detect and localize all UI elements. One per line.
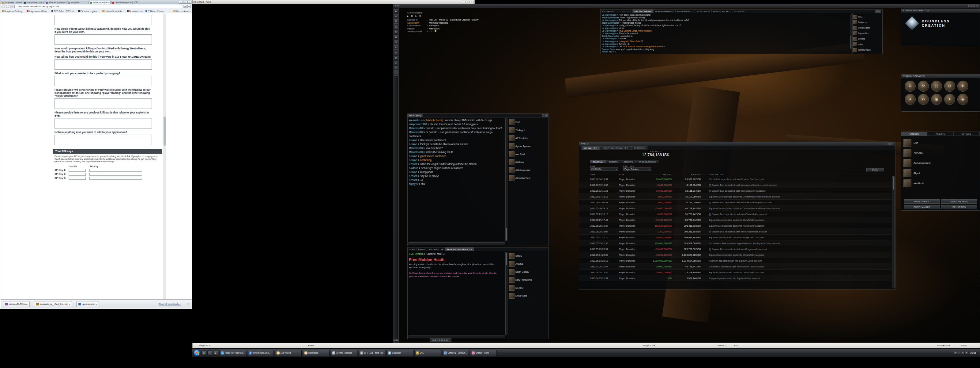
chat-sender[interactable]: La Marovingian xyxy=(602,19,616,21)
other-bookmarks-folder[interactable]: Other bookmarks xyxy=(173,10,191,12)
bookmark-item[interactable]: Kugutsumen - Powe... xyxy=(27,10,49,12)
system-name[interactable]: ▸ H E K xyxy=(407,14,505,18)
reprocessing-plant-icon[interactable]: ♻ xyxy=(918,94,929,105)
chat-sender[interactable]: La Marovingian xyxy=(602,30,616,32)
market-icon[interactable]: ⚖ xyxy=(931,81,942,92)
chat-sender[interactable]: Jacob Spinmaster xyxy=(602,35,619,37)
people-places-icon[interactable]: ◎ xyxy=(394,51,398,55)
taskbar-button[interactable]: ✦EVE xyxy=(414,350,441,356)
agent-missions-icon[interactable]: ★ xyxy=(905,94,916,105)
min-button[interactable]: − xyxy=(462,1,466,3)
corporation-icon[interactable]: ♜ xyxy=(394,56,398,60)
chat-sender[interactable]: Matabron20 xyxy=(409,150,423,154)
column-header-description[interactable]: DESCRIPTION xyxy=(709,174,724,175)
max-button[interactable]: □ xyxy=(887,142,890,145)
member-entry[interactable]: Aldebaran Asc xyxy=(509,166,548,174)
max-button[interactable]: □ xyxy=(972,5,975,7)
chat-sender[interactable]: Nestor X85 xyxy=(602,51,612,53)
show-all-downloads-link[interactable]: Show all downloads... xyxy=(159,303,181,306)
chat-sender[interactable]: La Marovingian xyxy=(602,27,616,29)
member-entry[interactable]: Br127 xyxy=(853,14,882,19)
wallet-scrollbar[interactable] xyxy=(892,176,894,288)
downloads-bar-close-icon[interactable]: × xyxy=(188,302,189,306)
location-value[interactable]: Minmatar Republic xyxy=(429,21,449,24)
scrollbar-thumb[interactable] xyxy=(850,36,851,48)
member-entry[interactable]: Agmar Agmund xyxy=(509,142,548,150)
member-entry[interactable]: Endar Card xyxy=(509,292,548,299)
item-link[interactable]: anchoring xyxy=(420,158,431,162)
answer-textarea[interactable] xyxy=(54,76,152,86)
deliveries-button[interactable]: DELIVERIES xyxy=(941,205,977,209)
chat-scrollbar[interactable] xyxy=(505,252,508,334)
corp-hangar-button[interactable]: CORP HANGAR xyxy=(904,205,940,209)
api-key-input[interactable] xyxy=(89,169,142,172)
eve-window-titlebar[interactable]: EVE xyxy=(393,4,980,8)
guest-entry[interactable]: 7thAngel xyxy=(904,148,978,158)
character-sheet-icon[interactable]: ☻ xyxy=(394,9,398,13)
min-button[interactable]: − xyxy=(883,142,886,145)
bookmark-item[interactable]: Instructables - Make... xyxy=(102,10,124,12)
member-entry[interactable]: Evolgre xyxy=(853,36,882,42)
tab-guests[interactable]: GUESTS xyxy=(901,132,928,136)
browser-tab[interactable]: WinRAR download and ... xyxy=(45,1,67,4)
tab-settings[interactable]: Settings xyxy=(631,146,648,150)
taskbar-button[interactable]: ≡APIInfo - Notepad xyxy=(331,350,357,356)
member-entry[interactable]: Darkness xyxy=(853,19,882,25)
taskbar-button[interactable]: ●NibbleTek • User Co... xyxy=(219,350,246,356)
guest-entry[interactable]: Agmar Agmund xyxy=(904,158,978,168)
wallet-journal-row[interactable]: 2010.06.07 15:18Player Donation-2,000,00… xyxy=(579,194,891,200)
mail-icon[interactable]: ✉ xyxy=(394,14,398,18)
item-link[interactable]: giant secure container xyxy=(420,155,446,158)
member-entry[interactable]: SMEU xyxy=(509,252,548,260)
taskbar-button[interactable]: ▢Untitled 1 - OpenOf... xyxy=(442,350,469,356)
member-entry[interactable]: DXYDC xyxy=(509,284,548,292)
wrench-menu-icon[interactable]: ⚙ xyxy=(188,5,191,8)
user-id-input[interactable] xyxy=(68,177,86,180)
chat-settings-icon[interactable]: ≡ xyxy=(545,114,548,117)
chat-sender[interactable]: Arokae xyxy=(409,171,417,174)
tab-agents[interactable]: AGENTS xyxy=(928,132,953,136)
tab-d-d-politics[interactable]: D.D Politics xyxy=(616,10,633,13)
paint-window-titlebar[interactable]: Untitled - Paint −□× xyxy=(192,0,475,4)
taskbar-button[interactable]: ▦Calculator xyxy=(387,350,413,356)
wallet-journal-row[interactable]: 2010.05.15 21:36Player Donation120,000,0… xyxy=(579,240,891,246)
browser-tab[interactable]: Scrapheap Challenge ... xyxy=(1,1,22,4)
tab-my-wallet[interactable]: My Wallet xyxy=(582,146,600,150)
network-icon[interactable]: ▴ xyxy=(958,352,960,354)
help-icon[interactable]: ? xyxy=(394,72,398,76)
wallet-journal-row[interactable]: 2010.04.28 12:45Player Donation-10,000,0… xyxy=(579,270,891,275)
tab-shares[interactable]: Shares xyxy=(606,160,620,163)
bookmark-item[interactable]: Scrapheap Challeng... xyxy=(2,10,24,12)
answer-textarea[interactable] xyxy=(54,34,152,45)
tab-offices[interactable]: OFFICES xyxy=(954,132,980,136)
chat-settings-icon[interactable]: ≡ xyxy=(878,10,881,13)
wallet-journal-row[interactable]: 2010.06.12 11:38Player Donation-10,000,0… xyxy=(579,188,891,194)
tab-teamminmatar-5-[interactable]: TeamMinmatar [5] xyxy=(654,10,676,13)
paragraph-style-indicator[interactable]: Default xyxy=(307,344,314,347)
wallet-journal-row[interactable]: 2010.05.21 21:16Player Donation-50,000,0… xyxy=(579,235,891,240)
page-menu-icon[interactable]: ▤ xyxy=(183,5,186,8)
chat-sender[interactable]: La Marovingian xyxy=(602,24,616,26)
new-tab-button[interactable]: + xyxy=(134,1,138,4)
address-bar[interactable]: ☆ http://forum.nibbletek.co.uk/ucp.php?i… xyxy=(14,5,182,8)
market-icon[interactable]: ⚖ xyxy=(394,24,398,29)
bookmark-item[interactable]: Demonoid.com xyxy=(127,10,143,12)
max-button[interactable]: □ xyxy=(466,1,469,3)
location-value[interactable]: Barvigard xyxy=(429,24,439,27)
browser-tab[interactable]: EVE Files xyxy=(67,1,89,4)
close-button[interactable]: × xyxy=(188,1,191,4)
chat-sender[interactable]: Jacob Spinmaster xyxy=(602,16,619,19)
chat-input-field[interactable] xyxy=(409,242,505,245)
chat-sender[interactable]: Matabron20 xyxy=(409,147,423,150)
wallet-journal-row[interactable]: 2010.05.29 18:16Player Donation-5,000,00… xyxy=(579,211,891,217)
taskbar-button[interactable]: ⚙EFT - Eve Fitting Tool xyxy=(359,350,385,356)
tab-transactions[interactable]: Transactions xyxy=(636,160,659,163)
wallet-journal-row[interactable]: 2010.06.14 13:31Player Donation25,000,00… xyxy=(579,176,891,182)
settings-icon[interactable]: ⚒ xyxy=(394,66,398,70)
tab-free-molden-heath-26-[interactable]: Free Molden Heath [26] xyxy=(445,248,474,251)
answer-textarea[interactable] xyxy=(54,15,152,25)
bounty-office-icon[interactable]: ☠ xyxy=(905,81,916,92)
browser-tab[interactable]: EVE Online | EVE Insider ... xyxy=(23,1,45,4)
medical-bay-icon[interactable]: ✚ xyxy=(957,81,968,92)
wallet-icon[interactable]: $ xyxy=(394,30,398,34)
